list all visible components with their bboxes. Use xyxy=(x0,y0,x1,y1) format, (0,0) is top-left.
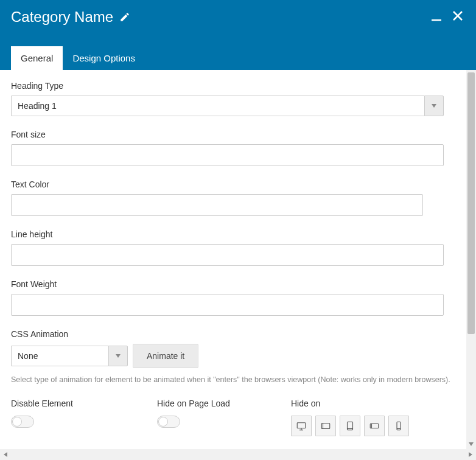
text-color-label: Text Color xyxy=(11,179,455,189)
text-color-field: Text Color xyxy=(11,179,455,216)
line-height-input[interactable] xyxy=(11,244,444,266)
device-tablet-portrait-icon[interactable] xyxy=(340,416,360,436)
scroll-down-icon[interactable] xyxy=(466,439,476,449)
scroll-thumb[interactable] xyxy=(467,72,475,334)
device-phone-portrait-icon[interactable] xyxy=(388,416,409,436)
heading-type-label: Heading Type xyxy=(11,81,455,91)
css-animation-field: CSS Animation None Animate it Select typ… xyxy=(11,329,455,385)
close-icon[interactable] xyxy=(452,10,464,24)
device-desktop-icon[interactable] xyxy=(291,416,312,436)
heading-type-value: Heading 1 xyxy=(11,96,424,116)
css-animation-help: Select type of animation for element to … xyxy=(11,374,455,385)
css-animation-label: CSS Animation xyxy=(11,329,455,339)
animate-it-button[interactable]: Animate it xyxy=(133,344,198,368)
font-weight-input[interactable] xyxy=(11,294,444,316)
hide-on-field: Hide on xyxy=(291,399,455,436)
disable-element-toggle[interactable] xyxy=(11,416,34,428)
device-buttons xyxy=(291,416,455,436)
settings-dialog: Category Name General Design Options Hea… xyxy=(0,0,476,460)
hide-on-load-field: Hide on Page Load xyxy=(157,399,291,436)
page-title: Category Name xyxy=(11,9,113,26)
tab-design-options[interactable]: Design Options xyxy=(63,46,145,70)
hide-on-load-label: Hide on Page Load xyxy=(157,399,291,408)
font-size-input[interactable] xyxy=(11,144,444,166)
general-panel: Heading Type Heading 1 Font size Text Co… xyxy=(0,70,466,449)
heading-type-select[interactable]: Heading 1 xyxy=(11,96,444,116)
minimize-icon[interactable] xyxy=(431,11,442,24)
tabs: General Design Options xyxy=(11,46,145,70)
tab-general[interactable]: General xyxy=(11,46,63,70)
dialog-body: Heading Type Heading 1 Font size Text Co… xyxy=(0,70,476,449)
css-animation-select[interactable]: None xyxy=(11,346,128,366)
title-row: Category Name xyxy=(0,0,476,26)
chevron-down-icon[interactable] xyxy=(108,346,128,366)
window-controls xyxy=(431,10,464,24)
device-phone-landscape-icon[interactable] xyxy=(364,416,385,436)
device-tablet-landscape-icon[interactable] xyxy=(315,416,336,436)
hide-on-label: Hide on xyxy=(291,399,455,408)
svg-rect-3 xyxy=(297,423,306,428)
bottom-options-row: Disable Element Hide on Page Load Hide o… xyxy=(11,399,455,436)
heading-type-field: Heading Type Heading 1 xyxy=(11,81,455,116)
vertical-scrollbar[interactable] xyxy=(466,70,476,449)
horizontal-scrollbar[interactable] xyxy=(0,449,476,460)
font-size-label: Font size xyxy=(11,130,455,139)
chevron-down-icon[interactable] xyxy=(424,96,444,116)
css-animation-row: None Animate it xyxy=(11,344,455,368)
scroll-right-icon[interactable] xyxy=(465,449,476,460)
font-size-field: Font size xyxy=(11,130,455,166)
hide-on-load-toggle[interactable] xyxy=(157,416,180,428)
disable-element-label: Disable Element xyxy=(11,399,157,408)
text-color-input[interactable] xyxy=(11,194,423,216)
scroll-left-icon[interactable] xyxy=(0,449,11,460)
dialog-header: Category Name General Design Options xyxy=(0,0,476,70)
font-weight-field: Font Weight xyxy=(11,279,455,316)
line-height-field: Line height xyxy=(11,229,455,266)
line-height-label: Line height xyxy=(11,229,455,239)
css-animation-value: None xyxy=(11,346,108,366)
edit-title-icon[interactable] xyxy=(119,12,130,23)
disable-element-field: Disable Element xyxy=(11,399,157,436)
font-weight-label: Font Weight xyxy=(11,279,455,289)
